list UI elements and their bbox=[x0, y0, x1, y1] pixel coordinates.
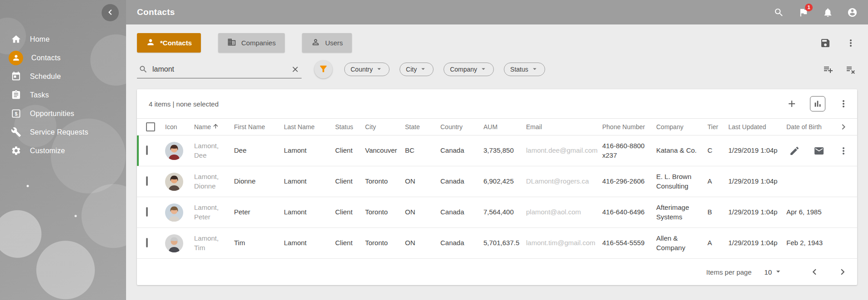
column-header-state[interactable]: State bbox=[405, 123, 440, 131]
svg-text:$: $ bbox=[15, 111, 17, 116]
column-header-phone[interactable]: Phone Number bbox=[602, 123, 656, 131]
table-row[interactable]: Lamont, Dee Dee Lamont Client Vancouver … bbox=[137, 135, 857, 166]
column-header-date-of-birth[interactable]: Date of Birth bbox=[786, 123, 838, 131]
row-checkbox[interactable] bbox=[146, 176, 148, 186]
sidebar-item-customize[interactable]: Customize bbox=[0, 141, 126, 160]
cell-tier: C bbox=[707, 146, 728, 155]
filter-chip-company[interactable]: Company bbox=[444, 63, 494, 76]
sidebar-item-contacts[interactable]: Contacts bbox=[0, 48, 126, 67]
clear-search-icon[interactable] bbox=[291, 65, 300, 74]
selection-summary: 4 items | none selected bbox=[149, 100, 219, 108]
column-header-first-name[interactable]: First Name bbox=[234, 123, 284, 131]
sidebar-item-home[interactable]: Home bbox=[0, 30, 126, 48]
cell-last-name: Lamont bbox=[284, 208, 335, 217]
sidebar-item-tasks[interactable]: Tasks bbox=[0, 86, 126, 104]
chip-label: City bbox=[406, 66, 417, 73]
column-header-tier[interactable]: Tier bbox=[707, 123, 728, 131]
filter-funnel-button[interactable] bbox=[314, 60, 332, 78]
bell-icon[interactable] bbox=[822, 6, 834, 18]
next-page-icon[interactable] bbox=[836, 266, 849, 278]
column-header-city[interactable]: City bbox=[365, 123, 405, 131]
cell-last-name: Lamont bbox=[284, 146, 335, 155]
kebab-menu-icon[interactable] bbox=[844, 37, 857, 49]
column-header-status[interactable]: Status bbox=[335, 123, 365, 131]
search-icon[interactable] bbox=[773, 6, 785, 18]
chart-view-icon[interactable] bbox=[810, 96, 825, 111]
cell-last-name: Lamont bbox=[284, 177, 335, 186]
table-row[interactable]: Lamont, Dionne Dionne Lamont Client Toro… bbox=[137, 166, 857, 197]
add-icon[interactable] bbox=[785, 97, 798, 110]
playlist-remove-icon[interactable] bbox=[844, 63, 857, 76]
account-icon[interactable] bbox=[846, 6, 858, 18]
cell-first-name: Peter bbox=[234, 208, 284, 217]
column-header-email[interactable]: Email bbox=[526, 123, 602, 131]
avatar bbox=[165, 142, 183, 160]
cell-city: Toronto bbox=[365, 177, 405, 186]
table-row[interactable]: Lamont, Peter Peter Lamont Client Toront… bbox=[137, 197, 857, 228]
cell-last-name: Lamont bbox=[284, 238, 335, 247]
avatar bbox=[165, 234, 183, 252]
top-header: Contacts 1 bbox=[126, 0, 868, 24]
cell-email: lamont.tim@gmail.com bbox=[526, 238, 602, 247]
cell-status: Client bbox=[335, 146, 365, 155]
column-header-aum[interactable]: AUM bbox=[483, 123, 526, 131]
flag-icon[interactable]: 1 bbox=[797, 6, 809, 18]
email-envelope-icon[interactable] bbox=[813, 145, 825, 157]
tabs-actions bbox=[819, 37, 857, 49]
previous-page-icon[interactable] bbox=[808, 266, 821, 278]
cell-aum: 3,735,850 bbox=[483, 146, 526, 155]
notification-badge: 1 bbox=[805, 4, 813, 11]
cell-aum: 5,701,637.5 bbox=[483, 238, 526, 247]
cell-city: Toronto bbox=[365, 238, 405, 247]
row-checkbox[interactable] bbox=[146, 207, 148, 217]
row-checkbox[interactable] bbox=[146, 238, 148, 247]
column-header-country[interactable]: Country bbox=[440, 123, 483, 131]
chevron-left-icon bbox=[105, 7, 116, 19]
filter-chip-status[interactable]: Status bbox=[504, 63, 545, 76]
kebab-menu-icon[interactable] bbox=[837, 145, 850, 157]
sidebar-item-schedule[interactable]: Schedule bbox=[0, 67, 126, 86]
sidebar-item-label: Tasks bbox=[30, 91, 49, 99]
items-per-page-select[interactable]: 10 bbox=[764, 267, 783, 277]
filter-chip-country[interactable]: Country bbox=[344, 63, 390, 76]
tab-label: *Contacts bbox=[160, 39, 192, 47]
table-row[interactable]: Lamont, Tim Tim Lamont Client Toronto ON… bbox=[137, 228, 857, 259]
entity-tabs: *Contacts Companies Users bbox=[137, 33, 352, 53]
columns-scroll-right-icon[interactable] bbox=[838, 121, 850, 132]
sort-arrow-up-icon bbox=[212, 123, 219, 131]
column-header-company[interactable]: Company bbox=[656, 123, 707, 131]
sidebar-collapse-button[interactable] bbox=[102, 4, 119, 21]
cell-name: Lamont, Peter bbox=[194, 203, 234, 222]
cell-company: Katana & Co. bbox=[656, 146, 707, 155]
save-icon[interactable] bbox=[819, 37, 832, 49]
sidebar-item-service-requests[interactable]: Service Requests bbox=[0, 123, 126, 141]
pagination-controls bbox=[808, 266, 849, 278]
select-all-checkbox[interactable] bbox=[146, 122, 155, 131]
caret-down-icon bbox=[774, 267, 783, 277]
cell-state: BC bbox=[405, 146, 440, 155]
edit-pencil-icon[interactable] bbox=[788, 145, 801, 157]
card-toolbar: 4 items | none selected bbox=[137, 89, 857, 118]
cell-first-name: Dee bbox=[234, 146, 284, 155]
cell-phone: 416-296-2606 bbox=[602, 177, 656, 186]
column-header-last-updated[interactable]: Last Updated bbox=[728, 123, 786, 131]
column-header-last-name[interactable]: Last Name bbox=[284, 123, 335, 131]
person-outline-icon bbox=[311, 38, 320, 48]
filter-chip-city[interactable]: City bbox=[400, 63, 434, 76]
tab-contacts[interactable]: *Contacts bbox=[137, 33, 201, 53]
row-checkbox[interactable] bbox=[146, 145, 148, 155]
sidebar-item-opportunities[interactable]: $ Opportunities bbox=[0, 104, 126, 123]
column-header-icon: Icon bbox=[165, 123, 194, 131]
row-actions bbox=[784, 145, 850, 157]
cell-phone: 416-554-5559 bbox=[602, 238, 656, 247]
kebab-menu-icon[interactable] bbox=[837, 97, 850, 110]
cell-aum: 7,564,400 bbox=[483, 208, 526, 217]
playlist-add-icon[interactable] bbox=[822, 63, 834, 76]
cell-email: lamont.dee@gmail.com bbox=[526, 146, 602, 155]
sidebar-item-label: Opportunities bbox=[30, 110, 74, 118]
column-header-name[interactable]: Name bbox=[194, 123, 234, 131]
search-input[interactable] bbox=[152, 65, 286, 73]
wrench-icon bbox=[10, 126, 22, 138]
tab-users[interactable]: Users bbox=[302, 33, 352, 53]
tab-companies[interactable]: Companies bbox=[218, 33, 285, 53]
